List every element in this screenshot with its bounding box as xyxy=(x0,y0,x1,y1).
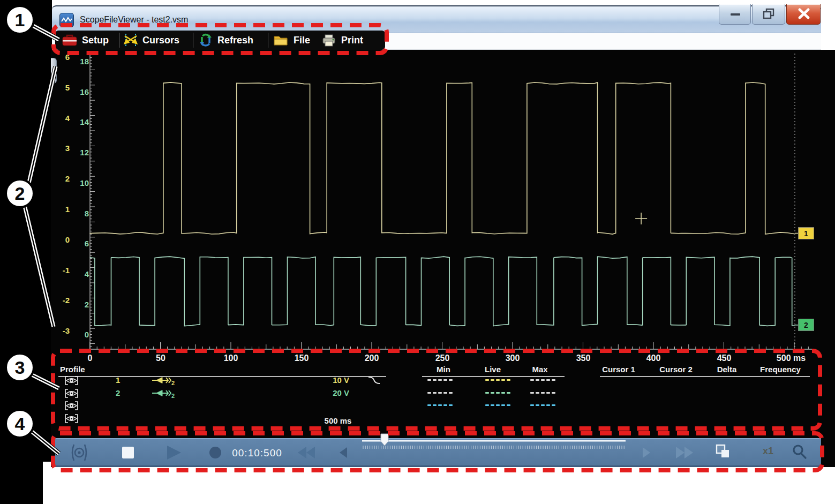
magnifier-button[interactable] xyxy=(794,446,806,458)
callout-2: 2 xyxy=(5,178,35,208)
stop-button[interactable] xyxy=(122,447,134,458)
layers-button[interactable] xyxy=(717,445,729,457)
play-button[interactable] xyxy=(167,446,181,460)
record-button[interactable] xyxy=(209,447,221,458)
callout-4: 4 xyxy=(5,409,35,439)
slider-ticks xyxy=(363,446,624,449)
slider-thumb[interactable] xyxy=(381,434,388,446)
callout-3: 3 xyxy=(5,352,35,382)
zoom-factor-label: x1 xyxy=(763,446,782,457)
rewind-button[interactable] xyxy=(298,447,315,458)
page: ScopeFileViewer - test2.vsm Setup xyxy=(0,0,835,504)
fast-forward-button[interactable] xyxy=(676,447,693,458)
snapshot-button[interactable] xyxy=(72,445,86,461)
callout-1: 1 xyxy=(5,5,35,35)
position-slider[interactable] xyxy=(362,434,626,449)
step-forward-button[interactable] xyxy=(643,447,650,458)
time-display: 00:10:500 xyxy=(230,447,284,459)
step-back-button[interactable] xyxy=(340,447,347,458)
playback-controls xyxy=(0,0,835,504)
